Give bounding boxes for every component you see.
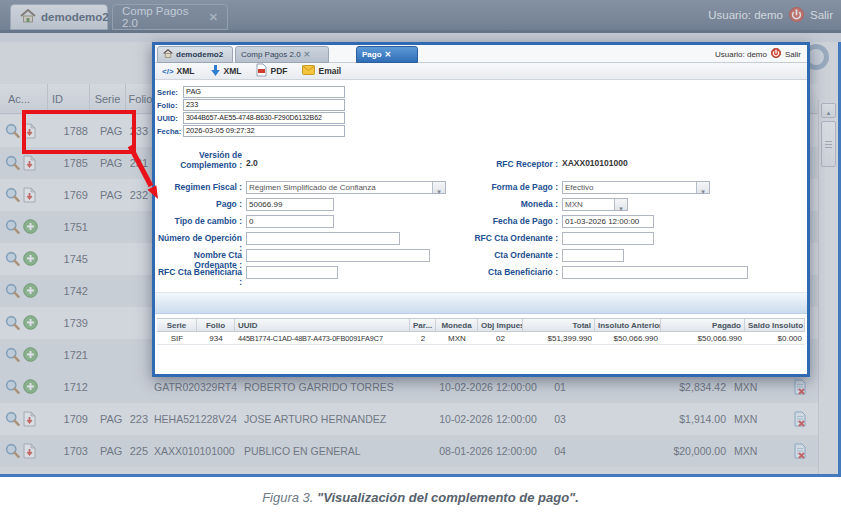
fecha-value[interactable]: 2026-03-05 09:27:32 [183,125,345,137]
download-xml-button[interactable]: XML [210,64,242,79]
window-border-bottom [0,474,841,477]
modal-tabbar: demodemo2 Comp Pagos 2.0 ✕ Pago ✕ Usuari… [155,45,807,63]
detail-table-header: Serie Folio UUID Par... Moneda Obj Impue… [157,318,805,332]
col-serie[interactable]: Serie [157,319,197,331]
rfc-receptor-label: RFC Receptor : [405,160,558,170]
regimen-fiscal-label: Regimen Fiscal : [155,183,242,193]
uuid-value[interactable]: 3044B657-AE55-4748-B630-F290D6132B62 [183,112,345,124]
chevron-down-icon [614,199,627,210]
cta-beneficiario-input[interactable] [562,266,748,279]
detail-table-row[interactable]: SIF 934 445B1774-C1AD-48B7-A473-0FB0091F… [157,332,805,345]
panel-separator [155,292,807,314]
cell-serie: SIF [157,332,197,344]
field-serie: Serie: PAG [155,86,355,99]
caption-title: "Visualización del complemento de pago". [317,490,579,505]
folio-value[interactable]: 233 [183,99,345,111]
fecha-pago-input[interactable] [562,215,654,228]
col-total[interactable]: Total [523,319,595,331]
version-complemento-value: 2.0 [246,158,258,168]
moneda-label: Moneda : [405,200,558,210]
rfc-cta-beneficiaria-label: RFC Cta Beneficiaria : [155,268,242,288]
modal-user-area: Usuario: demo Salir [715,45,801,63]
screenshot: demodemo2 Comp Pagos 2.0 ✕ Usuario: demo… [0,0,841,526]
field-label: Fecha: [157,125,184,138]
col-uuid[interactable]: UUID [235,319,410,331]
modal-tab-home[interactable]: demodemo2 [157,46,233,63]
logout-button[interactable]: Salir [785,50,801,59]
cta-ordenante-label: Cta Ordenante : [405,251,558,261]
field-fecha: Fecha: 2026-03-05 09:27:32 [155,125,355,138]
pago-input[interactable] [246,198,334,211]
col-obj-impuesto[interactable]: Obj Impuesto [478,319,523,331]
rfc-receptor-value: XAXX010101000 [562,158,628,168]
modal-body: Serie: PAG Folio: 233 UUID: 3044B657-AE5… [155,80,807,374]
email-button[interactable]: Email [302,65,341,77]
cta-ordenante-input[interactable] [562,249,624,262]
download-arrow-icon [210,64,221,79]
caption-prefix: Figura 3. [262,490,317,505]
documentos-relacionados-table: Serie Folio UUID Par... Moneda Obj Impue… [157,318,805,345]
col-saldo-insoluto[interactable]: Saldo Insoluto [745,319,805,331]
home-icon [163,49,173,60]
cell-pagado: $50,066.990 [661,332,745,344]
col-moneda[interactable]: Moneda [436,319,478,331]
col-pagado[interactable]: Pagado [661,319,745,331]
xml-code-icon [162,66,174,76]
rfc-cta-ordenante-label: RFC Cta Ordenante : [405,234,558,244]
email-icon [302,65,315,77]
nombre-cta-ordenante-input[interactable] [246,249,430,262]
pago-label: Pago : [155,200,242,210]
tipo-cambio-input[interactable] [246,215,334,228]
cell-uuid: 445B1774-C1AD-48B7-A473-0FB0091FA9C7 [235,332,410,344]
col-parcialidad[interactable]: Par... [410,319,436,331]
field-label: Serie: [157,86,184,99]
field-label: UUID: [157,112,184,125]
cell-moneda: MXN [436,332,478,344]
cta-beneficiario-label: Cta Beneficiario : [405,268,558,278]
forma-pago-label: Forma de Pago : [405,183,558,193]
modal-tab-pago[interactable]: Pago ✕ [356,46,418,63]
rfc-cta-beneficiaria-input[interactable] [246,266,338,279]
col-insoluto-anterior[interactable]: Insoluto Anterior [595,319,661,331]
figure-caption: Figura 3. "Visualización del complemento… [0,490,841,505]
cell-parcialidad: 2 [410,332,436,344]
tipo-cambio-label: Tipo de cambio : [155,217,242,227]
modal-tab-comp-pagos[interactable]: Comp Pagos 2.0 ✕ [235,46,329,63]
forma-pago-select[interactable]: Efectivo [562,181,710,194]
close-icon[interactable]: ✕ [304,51,311,59]
serie-value[interactable]: PAG [183,86,345,98]
tab-label: demodemo2 [176,50,223,59]
cell-folio: 934 [197,332,235,344]
pdf-button[interactable]: PDF [256,63,287,79]
col-folio[interactable]: Folio [197,319,235,331]
tab-label: Pago [362,50,382,59]
field-uuid: UUID: 3044B657-AE55-4748-B630-F290D6132B… [155,112,355,125]
close-icon[interactable]: ✕ [385,51,392,59]
rfc-cta-ordenante-input[interactable] [562,232,654,245]
fecha-pago-label: Fecha de Pago : [405,217,558,227]
chevron-down-icon [696,182,709,193]
pdf-icon [256,63,267,79]
moneda-select[interactable]: MXN [562,198,628,211]
cell-total: $51,399.990 [523,332,595,344]
numero-operacion-input[interactable] [246,232,400,245]
view-xml-button[interactable]: XML [162,66,195,76]
version-complemento-label: Versión de Complemento : [155,151,242,171]
cell-obj-impuesto: 02 [478,332,523,344]
power-icon[interactable] [771,48,781,60]
tab-label: Comp Pagos 2.0 [241,50,301,59]
pago-detail-window: demodemo2 Comp Pagos 2.0 ✕ Pago ✕ Usuari… [152,42,810,377]
cell-saldo-insoluto: $0.000 [745,332,805,344]
field-folio: Folio: 233 [155,99,355,112]
field-label: Folio: [157,99,184,112]
user-label: Usuario: demo [715,50,767,59]
cell-insoluto-anterior: $50,066.990 [595,332,661,344]
modal-toolbar: XML XML PDF Email [155,63,807,80]
